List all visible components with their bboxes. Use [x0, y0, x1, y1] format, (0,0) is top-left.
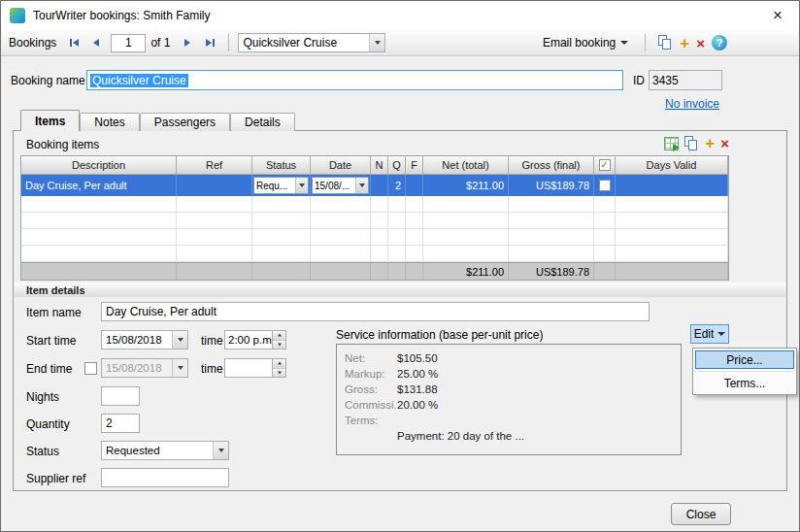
empty-cell[interactable] — [311, 196, 371, 213]
copy-item-icon[interactable] — [684, 136, 699, 151]
empty-cell[interactable] — [423, 229, 509, 246]
empty-cell[interactable] — [594, 196, 616, 213]
dropdown-button[interactable] — [172, 331, 187, 349]
record-number-input[interactable] — [111, 34, 146, 52]
cell-f[interactable] — [406, 175, 423, 196]
row-checkbox[interactable] — [599, 180, 611, 191]
start-date-picker[interactable]: 15/08/2018 — [101, 330, 188, 349]
empty-cell[interactable] — [509, 196, 594, 213]
empty-cell[interactable] — [177, 229, 252, 246]
nights-input[interactable] — [101, 386, 140, 406]
empty-cell[interactable] — [594, 213, 616, 229]
spin-down-button[interactable] — [273, 368, 285, 378]
empty-cell[interactable] — [423, 213, 509, 229]
empty-cell[interactable] — [616, 246, 728, 262]
close-button[interactable]: Close — [671, 503, 731, 525]
empty-cell[interactable] — [616, 196, 728, 213]
cell-date[interactable]: 15/08/... — [311, 175, 371, 196]
dropdown-button[interactable] — [213, 442, 228, 459]
last-record-button[interactable] — [200, 33, 219, 52]
empty-cell[interactable] — [594, 246, 616, 262]
status-cell-dropdown[interactable]: Requ... — [253, 177, 309, 194]
empty-cell[interactable] — [406, 246, 423, 262]
empty-cell[interactable] — [406, 229, 423, 246]
booking-item-row-selected[interactable]: Day Cruise, Per adult Requ... 15/08/... … — [21, 175, 728, 196]
col-header-gross[interactable]: Gross (final) — [509, 156, 594, 175]
col-header-net[interactable]: Net (total) — [423, 156, 509, 175]
cell-status[interactable]: Requ... — [252, 175, 311, 196]
empty-cell[interactable] — [252, 196, 311, 213]
empty-cell[interactable] — [616, 213, 728, 229]
first-record-button[interactable] — [64, 33, 83, 52]
menu-item-price[interactable]: Price... — [695, 350, 794, 369]
col-header-n[interactable]: N — [371, 156, 388, 175]
tab-details[interactable]: Details — [230, 113, 295, 131]
empty-cell[interactable] — [252, 229, 311, 246]
add-booking-icon[interactable]: + — [680, 35, 689, 51]
booking-name-input[interactable]: Quicksilver Cruise — [86, 70, 623, 90]
empty-cell[interactable] — [371, 213, 388, 229]
empty-cell[interactable] — [252, 213, 311, 229]
item-name-input[interactable] — [101, 302, 650, 321]
copy-booking-icon[interactable] — [658, 35, 673, 50]
col-header-f[interactable]: F — [406, 156, 423, 175]
help-icon[interactable]: ? — [712, 35, 727, 50]
empty-cell[interactable] — [616, 229, 728, 246]
spin-up-button[interactable] — [273, 331, 285, 340]
delete-item-icon[interactable]: × — [720, 136, 729, 150]
close-icon[interactable]: × — [766, 4, 789, 27]
spin-up-button[interactable] — [273, 359, 285, 368]
col-header-date[interactable]: Date — [311, 156, 371, 175]
empty-cell[interactable] — [371, 196, 388, 213]
date-cell-dropdown[interactable]: 15/08/... — [312, 177, 369, 194]
empty-cell[interactable] — [311, 213, 371, 229]
dropdown-button[interactable] — [355, 178, 368, 193]
cell-net[interactable]: $211.00 — [423, 175, 509, 196]
empty-cell[interactable] — [371, 229, 388, 246]
cell-q[interactable]: 2 — [388, 175, 406, 196]
empty-grid-row[interactable] — [21, 196, 728, 213]
empty-cell[interactable] — [388, 246, 406, 262]
empty-cell[interactable] — [311, 229, 371, 246]
delete-booking-icon[interactable]: × — [696, 36, 705, 50]
empty-grid-row[interactable] — [21, 246, 728, 262]
empty-cell[interactable] — [388, 213, 406, 229]
booking-selector-combobox[interactable]: Quicksilver Cruise — [238, 33, 385, 52]
empty-cell[interactable] — [423, 196, 509, 213]
next-record-button[interactable] — [178, 33, 197, 52]
empty-cell[interactable] — [388, 229, 406, 246]
empty-cell[interactable] — [311, 246, 371, 262]
empty-cell[interactable] — [388, 196, 406, 213]
dropdown-button[interactable] — [172, 359, 187, 377]
empty-cell[interactable] — [177, 246, 252, 262]
tab-items[interactable]: Items — [20, 110, 80, 131]
cell-n[interactable] — [371, 175, 388, 196]
empty-cell[interactable] — [509, 213, 594, 229]
empty-cell[interactable] — [406, 196, 423, 213]
previous-record-button[interactable] — [86, 33, 106, 52]
end-time-checkbox[interactable] — [84, 362, 97, 375]
empty-cell[interactable] — [21, 229, 177, 246]
no-invoice-link[interactable]: No invoice — [665, 97, 719, 111]
empty-cell[interactable] — [21, 213, 177, 229]
empty-cell[interactable] — [594, 229, 616, 246]
add-item-icon[interactable]: + — [705, 135, 715, 151]
empty-cell[interactable] — [21, 196, 177, 213]
quantity-input[interactable] — [101, 414, 140, 433]
empty-cell[interactable] — [371, 246, 388, 262]
col-header-ref[interactable]: Ref — [177, 156, 252, 175]
menu-item-terms[interactable]: Terms... — [695, 374, 794, 392]
supplier-ref-input[interactable] — [101, 468, 229, 487]
col-header-days-valid[interactable]: Days Valid — [616, 156, 728, 175]
empty-cell[interactable] — [509, 229, 594, 246]
empty-grid-row[interactable] — [21, 213, 728, 229]
col-header-q[interactable]: Q — [388, 156, 406, 175]
cell-gross[interactable]: US$189.78 — [509, 175, 594, 196]
status-combobox[interactable]: Requested — [101, 441, 229, 460]
export-items-icon[interactable] — [664, 137, 679, 150]
empty-grid-row[interactable] — [21, 229, 728, 246]
cell-description[interactable]: Day Cruise, Per adult — [21, 175, 177, 196]
empty-cell[interactable] — [21, 246, 177, 262]
dropdown-button[interactable] — [295, 178, 308, 193]
col-header-status[interactable]: Status — [252, 156, 311, 175]
